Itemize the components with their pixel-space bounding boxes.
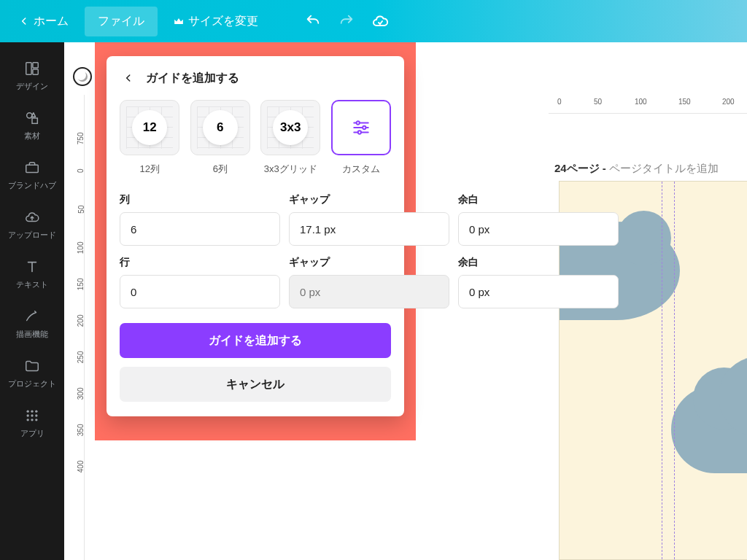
ruler-label: 300 xyxy=(77,388,85,400)
redo-icon xyxy=(338,13,355,29)
crown-icon xyxy=(174,17,184,26)
templates-icon xyxy=(23,60,41,77)
ruler-label: 0 xyxy=(557,98,562,106)
row-margin-input[interactable] xyxy=(458,275,619,308)
add-guides-button[interactable]: ガイドを追加する xyxy=(120,323,391,358)
back-button[interactable] xyxy=(120,69,137,87)
undo-icon xyxy=(305,13,321,29)
resize-button[interactable]: サイズを変更 xyxy=(160,7,271,36)
row-gap-input xyxy=(289,275,449,308)
shapes-icon xyxy=(23,109,41,127)
sidebar-item-label: アプリ xyxy=(20,428,44,439)
chevron-left-icon xyxy=(123,73,133,83)
ruler-label: 0 xyxy=(77,169,85,174)
file-label: ファイル xyxy=(98,14,144,29)
columns-label: 列 xyxy=(120,193,280,206)
cancel-button[interactable]: キャンセル xyxy=(120,367,391,402)
svg-rect-1 xyxy=(33,63,38,68)
svg-point-12 xyxy=(27,419,29,421)
sidebar-item-projects[interactable]: プロジェクト xyxy=(0,349,64,398)
sliders-icon xyxy=(352,118,371,137)
svg-rect-5 xyxy=(26,165,39,172)
preset-label: カスタム xyxy=(342,163,380,176)
column-margin-label: 余白 xyxy=(458,193,619,206)
svg-point-10 xyxy=(31,414,33,416)
svg-point-13 xyxy=(31,419,33,421)
cloud-upload-icon xyxy=(23,209,41,226)
svg-point-14 xyxy=(35,419,37,421)
briefcase-icon xyxy=(23,159,41,176)
text-icon xyxy=(23,258,41,276)
sidebar-item-label: 描画機能 xyxy=(16,329,48,340)
ruler-label: 100 xyxy=(635,98,647,106)
ruler-label: 200 xyxy=(77,315,85,327)
svg-rect-4 xyxy=(32,118,37,123)
preset-label: 3x3グリッド xyxy=(264,163,317,176)
svg-point-9 xyxy=(27,414,29,416)
svg-point-11 xyxy=(35,414,37,416)
apps-grid-icon xyxy=(23,407,41,424)
resize-label: サイズを変更 xyxy=(188,14,258,29)
home-label: ホーム xyxy=(34,14,69,29)
svg-point-8 xyxy=(35,411,37,413)
sidebar-item-label: プロジェクト xyxy=(8,378,56,389)
rows-label: 行 xyxy=(120,256,280,269)
file-menu-button[interactable]: ファイル xyxy=(85,7,158,36)
svg-point-7 xyxy=(31,411,33,413)
ruler-label: 150 xyxy=(678,98,691,106)
guide-line[interactable] xyxy=(674,182,675,559)
preset-6-columns[interactable]: 6 6列 xyxy=(190,100,251,176)
folder-icon xyxy=(23,357,41,375)
sidebar-item-text[interactable]: テキスト xyxy=(0,249,64,299)
svg-point-6 xyxy=(27,411,29,413)
ruler-label: 100 xyxy=(77,242,85,254)
sidebar-item-label: アップロード xyxy=(8,230,56,241)
svg-point-3 xyxy=(27,113,32,118)
sidebar-item-label: 素材 xyxy=(24,131,40,141)
home-button[interactable]: ホーム xyxy=(6,7,82,36)
column-gap-input[interactable] xyxy=(289,212,449,246)
ruler-label: 250 xyxy=(77,351,85,364)
preset-3x3-grid[interactable]: 3x3 3x3グリッド xyxy=(260,100,321,176)
rows-input[interactable] xyxy=(120,275,280,308)
sidebar-item-uploads[interactable]: アップロード xyxy=(0,200,64,249)
guide-line[interactable] xyxy=(662,182,662,559)
sidebar-item-label: ブランドハブ xyxy=(8,180,56,191)
svg-rect-0 xyxy=(26,63,31,75)
column-gap-label: ギャップ xyxy=(289,193,449,206)
preset-label: 6列 xyxy=(213,163,228,176)
horizontal-ruler: 0 50 100 150 200 xyxy=(549,95,747,114)
draw-icon xyxy=(23,308,41,325)
add-guides-panel: ガイドを追加する 12 12列 6 6列 3x3 3x3グリッド カスタム xyxy=(107,56,404,416)
page-label[interactable]: 24ページ - ページタイトルを追加 xyxy=(554,162,719,176)
undo-button[interactable] xyxy=(298,6,328,36)
sidebar-item-elements[interactable]: 素材 xyxy=(0,101,64,150)
sidebar-item-draw[interactable]: 描画機能 xyxy=(0,299,64,349)
sidebar-item-design[interactable]: デザイン xyxy=(0,51,64,101)
top-toolbar: ホーム ファイル サイズを変更 xyxy=(0,0,747,42)
row-gap-label: ギャップ xyxy=(289,256,449,269)
cloud-icon xyxy=(371,12,389,30)
row-margin-label: 余白 xyxy=(458,256,619,269)
ruler-label: 200 xyxy=(722,98,735,106)
vertical-ruler: 750 0 50 100 150 200 250 300 350 400 xyxy=(64,95,85,560)
columns-input[interactable] xyxy=(120,212,280,246)
preset-custom[interactable]: カスタム xyxy=(331,100,392,176)
color-picker-button[interactable] xyxy=(73,67,92,86)
svg-rect-2 xyxy=(33,69,38,74)
ruler-label: 400 xyxy=(77,461,85,473)
page-title-prompt: ページタイトルを追加 xyxy=(609,162,719,174)
cloud-shape[interactable] xyxy=(671,386,747,473)
ruler-label: 50 xyxy=(594,98,602,106)
sidebar-item-label: デザイン xyxy=(16,81,48,92)
sidebar-item-brand-hub[interactable]: ブランドハブ xyxy=(0,150,64,200)
chevron-left-icon xyxy=(19,16,29,26)
sidebar-item-apps[interactable]: アプリ xyxy=(0,398,64,448)
cloud-sync-button[interactable] xyxy=(365,6,395,36)
column-margin-input[interactable] xyxy=(458,212,619,246)
redo-button[interactable] xyxy=(331,6,362,36)
preset-12-columns[interactable]: 12 12列 xyxy=(120,100,180,176)
page-number: 24ページ xyxy=(554,162,600,174)
sidebar-item-label: テキスト xyxy=(16,279,48,290)
ruler-label: 750 xyxy=(77,133,85,145)
